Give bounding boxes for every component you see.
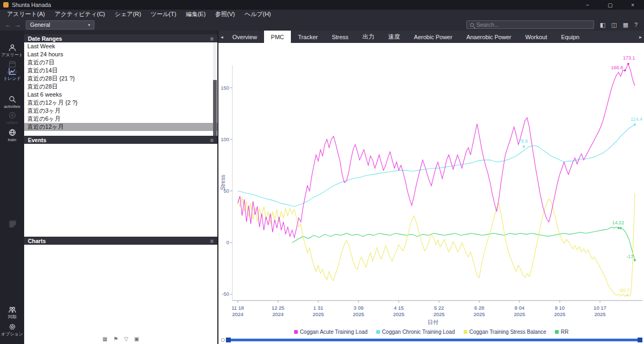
menu-item-0[interactable]: アスリート(A) bbox=[2, 10, 50, 19]
rail-item-label-train: train bbox=[0, 137, 24, 142]
tab-workout[interactable]: Workout bbox=[518, 31, 554, 43]
date-range-item-7[interactable]: 直近の12ヶ月 {2 ?} bbox=[24, 99, 217, 107]
minimize-button[interactable]: − bbox=[576, 0, 599, 10]
tab-equipn[interactable]: Equipn bbox=[554, 31, 586, 43]
svg-text:5 22: 5 22 bbox=[434, 305, 444, 311]
sidebar-footer-toolbar: ▦⚑▽▣ bbox=[24, 334, 217, 344]
marker-rr bbox=[618, 227, 620, 229]
tab-[interactable]: 速度 bbox=[381, 31, 407, 43]
marker-label-tsb: -58.7 bbox=[619, 288, 630, 293]
marker-atl bbox=[624, 69, 626, 71]
date-ranges-title: Date Ranges bbox=[28, 35, 62, 42]
bookmark-icon[interactable]: ⚑ bbox=[113, 336, 118, 342]
svg-text:2025: 2025 bbox=[514, 311, 525, 317]
chart-legend: Coggan Acute Training LoadCoggan Chronic… bbox=[218, 327, 644, 336]
legend-item-tsb: Coggan Training Stress Balance bbox=[464, 329, 546, 335]
search-box[interactable] bbox=[466, 20, 594, 29]
tab-overview[interactable]: Overview bbox=[225, 31, 264, 43]
menu-item-5[interactable]: 参照(V) bbox=[210, 10, 240, 19]
charts-menu-icon[interactable]: ≡ bbox=[210, 238, 214, 244]
tab-anaerobic-power[interactable]: Anaerobic Power bbox=[459, 31, 518, 43]
date-range-item-0[interactable]: Last Week bbox=[24, 42, 217, 50]
menu-item-6[interactable]: ヘルプ(H) bbox=[240, 10, 276, 19]
perspective-select[interactable]: General ▾ bbox=[26, 20, 94, 30]
tab-tracker[interactable]: Tracker bbox=[291, 31, 325, 43]
rail-item-options[interactable]: オプション bbox=[0, 323, 24, 336]
tab-pmc[interactable]: PMC bbox=[264, 31, 291, 43]
date-ranges-menu-icon[interactable]: ≡ bbox=[210, 35, 214, 42]
menu-item-1[interactable]: アクティビティ(C) bbox=[50, 10, 110, 19]
date-range-item-8[interactable]: 直近の3ヶ月 bbox=[24, 107, 217, 115]
table-icon[interactable]: ▦ bbox=[103, 336, 107, 342]
tab-scroll-left-icon[interactable]: ◂ bbox=[218, 34, 225, 40]
slider-track[interactable] bbox=[228, 339, 641, 341]
lowbar-toggle-icon[interactable]: ◫ bbox=[611, 21, 617, 28]
date-range-item-4[interactable]: 直近の28日 {21 ?} bbox=[24, 75, 217, 83]
date-ranges-header: Date Ranges ≡ bbox=[24, 34, 217, 42]
close-button[interactable]: × bbox=[621, 0, 644, 10]
svg-text:2025: 2025 bbox=[594, 311, 605, 317]
main-area: ◂ OverviewPMCTrackerStress出力速度Aerobic Po… bbox=[218, 31, 644, 344]
menu-item-2[interactable]: シェア(R) bbox=[110, 10, 146, 19]
chart-icon[interactable]: ▣ bbox=[134, 336, 139, 342]
svg-text:2025: 2025 bbox=[554, 311, 565, 317]
series-rr-line bbox=[292, 227, 635, 260]
marker-ctl bbox=[634, 123, 636, 126]
svg-text:12 25: 12 25 bbox=[272, 305, 284, 311]
menu-item-3[interactable]: ツール(T) bbox=[146, 10, 181, 19]
svg-text:-50: -50 bbox=[222, 291, 229, 297]
rail-item-activities[interactable]: activities bbox=[0, 95, 24, 109]
tab-scroll-right-icon[interactable]: ▸ bbox=[637, 34, 644, 40]
maximize-button[interactable]: ▢ bbox=[599, 0, 621, 10]
sidebar-toggle-icon[interactable]: ◧ bbox=[600, 21, 605, 28]
search-input[interactable] bbox=[477, 21, 590, 28]
app-icon bbox=[3, 2, 9, 8]
charts-title: Charts bbox=[28, 238, 46, 244]
rail-item-apps[interactable] bbox=[0, 219, 24, 228]
date-range-item-6[interactable]: Last 6 weeks bbox=[24, 91, 217, 99]
legend-swatch-tsb bbox=[464, 330, 467, 334]
svg-text:9 10: 9 10 bbox=[555, 305, 565, 311]
events-menu-icon[interactable]: ≡ bbox=[210, 137, 214, 143]
svg-text:3 09: 3 09 bbox=[354, 305, 364, 311]
rail-item-label-athlete: アスリート bbox=[0, 53, 24, 57]
rail-item-label-sync: 同期 bbox=[0, 314, 24, 319]
svg-text:2024: 2024 bbox=[272, 311, 283, 317]
date-range-item-10[interactable]: 直近の12ヶ月 bbox=[24, 123, 217, 131]
scrollbar-thumb[interactable] bbox=[213, 80, 217, 136]
date-range-scrollbar[interactable] bbox=[213, 42, 217, 136]
toolbar: ← → General ▾ ◧◫▦? bbox=[0, 19, 644, 31]
date-range-item-9[interactable]: 直近の6ヶ月 bbox=[24, 115, 217, 123]
date-range-item-2[interactable]: 直近の7日 bbox=[24, 58, 217, 67]
help-icon[interactable]: ? bbox=[634, 21, 638, 28]
marker-label-rr: -17 bbox=[626, 254, 633, 259]
menubar: アスリート(A)アクティビティ(C)シェア(R)ツール(T)編集(E)参照(V)… bbox=[0, 10, 644, 19]
rail-item-reflect[interactable]: reflect bbox=[0, 111, 24, 125]
menu-item-4[interactable]: 編集(E) bbox=[181, 10, 210, 19]
svg-text:2025: 2025 bbox=[393, 311, 404, 317]
svg-text:4 15: 4 15 bbox=[394, 305, 404, 311]
legend-label-rr: RR bbox=[561, 329, 568, 335]
marker-label-atl: 173.1 bbox=[623, 55, 635, 61]
rail-item-sync[interactable]: 同期 bbox=[0, 305, 24, 319]
legend-swatch-ctl bbox=[376, 330, 380, 334]
date-range-item-5[interactable]: 直近の28日 bbox=[24, 83, 217, 91]
back-arrow-icon[interactable]: ← bbox=[3, 21, 13, 28]
tab-[interactable]: 出力 bbox=[355, 31, 381, 43]
tab-stress[interactable]: Stress bbox=[325, 31, 355, 43]
date-range-item-1[interactable]: Last 24 hours bbox=[24, 50, 217, 58]
tab-aerobic-power[interactable]: Aerobic Power bbox=[407, 31, 459, 43]
date-range-item-3[interactable]: 直近の14日 bbox=[24, 67, 217, 75]
views-grid-icon[interactable]: ▦ bbox=[623, 21, 628, 28]
rail-item-trends[interactable]: トレンド bbox=[0, 67, 24, 81]
legend-item-rr: RR bbox=[555, 329, 568, 335]
forward-arrow-icon[interactable]: → bbox=[13, 21, 23, 28]
slider-handle-right[interactable] bbox=[638, 338, 642, 342]
slider-handle-left[interactable] bbox=[226, 338, 231, 342]
rail-item-train[interactable]: train bbox=[0, 128, 24, 142]
svg-text:6 28: 6 28 bbox=[474, 305, 485, 311]
filter-icon[interactable]: ▽ bbox=[124, 336, 128, 342]
svg-text:100: 100 bbox=[221, 136, 229, 142]
rail-item-athlete[interactable]: アスリート bbox=[0, 43, 24, 57]
svg-text:8 04: 8 04 bbox=[515, 305, 525, 311]
